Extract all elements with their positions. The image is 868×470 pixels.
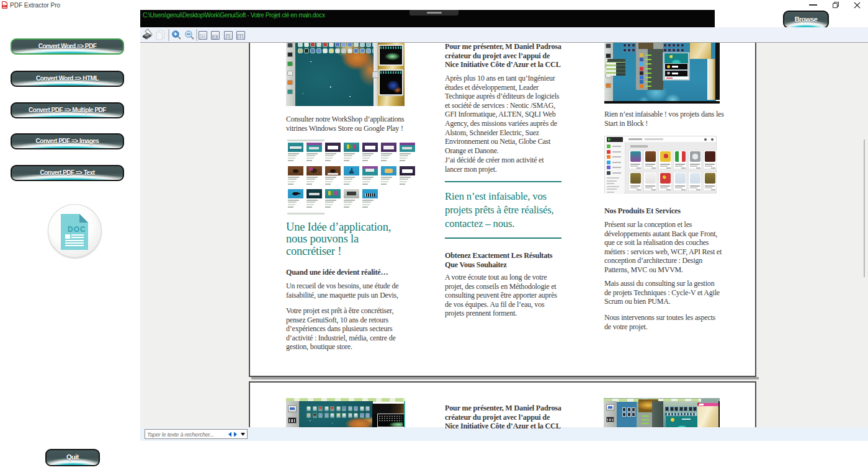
svg-text:DOC: DOC [68, 225, 86, 234]
